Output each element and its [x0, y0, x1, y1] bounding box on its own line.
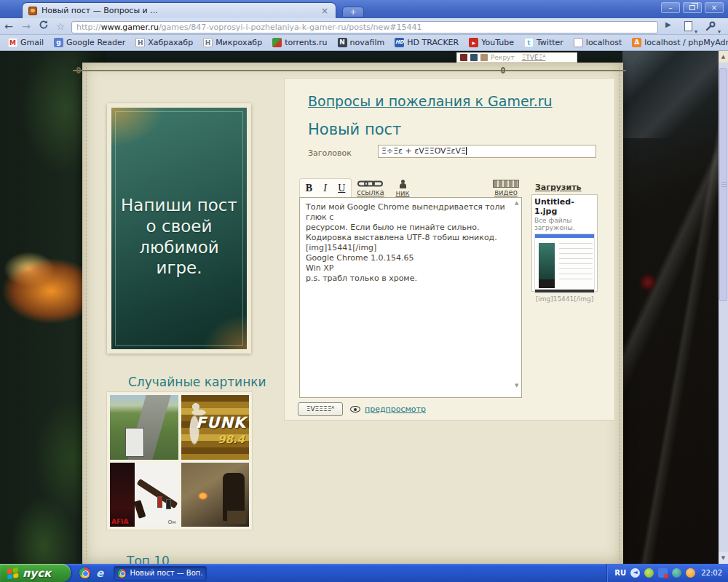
promo-headline: Напиши пост о своей любимой игре.: [111, 195, 247, 279]
textarea-scroll-down-icon[interactable]: ▼: [515, 383, 518, 388]
submit-button[interactable]: ΞVΞΞΞΞᴬ: [298, 402, 343, 416]
random-pictures-grid: FUNK 98.4 AFIA Ом: [106, 391, 253, 530]
go-button[interactable]: ▶: [665, 20, 671, 28]
post-body-textarea[interactable]: Толи мой Google Chrome выпендривается то…: [299, 197, 522, 398]
breadcrumb-game-link[interactable]: Вопросы и пожелания к Gamer.ru: [308, 93, 553, 109]
avatar[interactable]: [460, 54, 467, 61]
bookmark-star-icon[interactable]: ☆: [52, 21, 68, 32]
bookmark-novafilm[interactable]: N novafilm: [334, 36, 389, 49]
scrollbar-down-arrow[interactable]: ▼: [719, 552, 728, 564]
bookmark-label: novafilm: [350, 38, 385, 47]
twitter-icon: t: [524, 38, 534, 47]
bookmark-youtube[interactable]: ▶ YouTube: [465, 36, 518, 49]
bookmark-label: Google Reader: [66, 38, 125, 47]
minimize-button[interactable]: –: [661, 2, 680, 13]
insert-video-button[interactable]: видео: [490, 180, 522, 196]
chrome-icon[interactable]: [79, 567, 90, 578]
browser-titlebar: Новый пост — Вопросы и ... × + – ×: [0, 0, 728, 18]
wrench-icon: [705, 20, 716, 32]
truck-art: [125, 428, 144, 457]
tray-icon-orange[interactable]: [686, 568, 695, 578]
recruit-strip: Рекрут ΞТVЁΞᴬ: [456, 52, 577, 63]
upload-thumbnail[interactable]: [534, 234, 595, 293]
reload-icon: [39, 20, 49, 30]
reload-button[interactable]: [35, 19, 52, 33]
back-button[interactable]: ←: [0, 19, 17, 33]
language-indicator[interactable]: RU: [614, 569, 626, 577]
thumbnail-truck-road[interactable]: [110, 395, 178, 460]
google-reader-icon: g: [54, 38, 63, 47]
start-button[interactable]: пуск: [0, 564, 71, 582]
insert-link-button[interactable]: ссылка: [355, 180, 387, 196]
thumbnail-funk-radio[interactable]: FUNK 98.4: [181, 395, 250, 460]
bookmark-twitter[interactable]: t Twitter: [521, 36, 567, 49]
page-viewport: Рекрут ΞТVЁΞᴬ Напиши пост о своей любимо…: [0, 51, 728, 564]
upload-status: Все файлы загружены.: [534, 217, 595, 231]
avatar[interactable]: [480, 54, 488, 61]
youtube-icon: ▶: [469, 38, 478, 47]
chrome-icon: [118, 569, 126, 578]
bookmark-phpmyadmin[interactable]: A localhost / phpMyAdmin: [628, 36, 728, 49]
recruit-link[interactable]: ΞТVЁΞᴬ: [522, 54, 546, 61]
bookmark-hd-tracker[interactable]: HD HD TRACKER: [391, 36, 462, 49]
internet-explorer-icon[interactable]: e: [96, 567, 103, 580]
bookmark-label: localhost / phpMyAdmin: [644, 38, 728, 47]
bookmark-mikrohabr[interactable]: H Микрохабр: [199, 36, 266, 49]
bookmark-gmail[interactable]: M Gmail: [4, 36, 47, 49]
taskbar-task-button[interactable]: Новый пост — Воп...: [114, 566, 207, 581]
recruit-rank-label: Рекрут: [491, 54, 515, 61]
forward-button[interactable]: →: [17, 19, 35, 33]
phpmyadmin-icon: A: [632, 38, 641, 47]
bookmark-label: Gmail: [20, 38, 44, 47]
close-button[interactable]: ×: [705, 2, 724, 13]
underline-button[interactable]: U: [338, 183, 345, 194]
nick-label: ник: [395, 189, 409, 197]
tray-icon-network[interactable]: [658, 568, 668, 578]
tab-close-icon[interactable]: ×: [320, 6, 330, 16]
browser-tab[interactable]: Новый пост — Вопросы и ... ×: [22, 2, 336, 18]
background-art-swords: [622, 51, 728, 138]
format-toolbar: B I U: [299, 178, 352, 198]
page-scrollbar[interactable]: ▲ ▼: [719, 51, 728, 564]
bold-button[interactable]: B: [306, 183, 312, 194]
scrollbar-up-arrow[interactable]: ▲: [719, 51, 728, 63]
tray-clock: 22:02: [701, 569, 722, 577]
new-tab-button[interactable]: +: [342, 7, 364, 17]
tray-icon-teal[interactable]: [672, 568, 681, 578]
rope-hook-left: [76, 67, 81, 73]
tray-icon-green[interactable]: [644, 568, 654, 578]
funk-logo-text: FUNK: [196, 414, 246, 431]
bookmark-google-reader[interactable]: g Google Reader: [50, 36, 129, 49]
page-menu-icon[interactable]: [684, 21, 692, 31]
screen: Новый пост — Вопросы и ... × + – × ← → ☆…: [0, 0, 728, 582]
subject-input[interactable]: Ξ÷Ξε + εVΞΞOVΞεVΞ: [378, 145, 596, 158]
url-bar[interactable]: http://www.gamer.ru/games/847-voprosyi-i…: [71, 21, 658, 33]
scrollbar-thumb[interactable]: [719, 68, 727, 301]
window-controls: – ×: [661, 2, 724, 13]
thumb-browser-bar: [535, 234, 594, 238]
bookmark-localhost[interactable]: localhost: [570, 36, 625, 49]
restore-button[interactable]: [683, 2, 702, 13]
uploaded-filename: Untitled-1.jpg: [534, 197, 595, 216]
rope-hook-right: [501, 67, 505, 73]
textarea-scroll-up-icon[interactable]: ▲: [515, 200, 518, 206]
habrahabr-icon: H: [135, 38, 145, 47]
random-pictures-title: Случайные картинки: [128, 375, 266, 389]
bookmark-habrahabr[interactable]: H Хабрахабр: [132, 36, 197, 49]
stitch-right: [619, 67, 620, 559]
wrench-menu-button[interactable]: [705, 20, 716, 35]
thumbnail-game-scene[interactable]: [181, 463, 250, 527]
avatar[interactable]: [470, 54, 478, 61]
italic-button[interactable]: I: [323, 183, 327, 194]
task-title: Новый пост — Воп...: [130, 569, 202, 577]
tab-title: Новый пост — Вопросы и ...: [41, 6, 315, 15]
pistol-dark-strip: [110, 463, 135, 527]
thumb-taskbar: [535, 290, 594, 292]
thumbnail-pistol[interactable]: AFIA Ом: [110, 463, 178, 527]
preview-link[interactable]: предпросмотр: [365, 404, 426, 414]
thumb-text-lines: [559, 243, 593, 284]
bookmark-torrents-ru[interactable]: torrents.ru: [269, 36, 331, 49]
stitch-left: [86, 67, 87, 559]
insert-nick-button[interactable]: ник: [392, 180, 413, 197]
hide-icons-chevron[interactable]: ◄: [630, 568, 640, 578]
